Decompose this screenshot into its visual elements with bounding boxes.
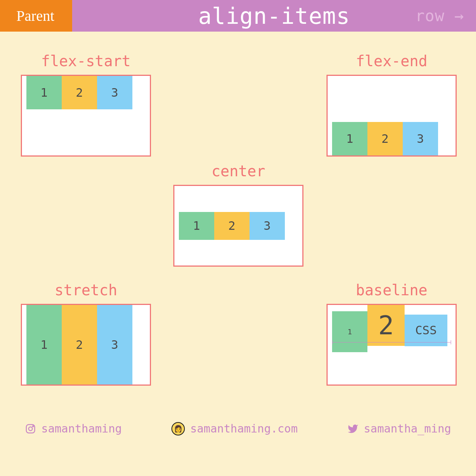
website-link: 👩 samanthaming.com — [171, 422, 298, 435]
label-center: center — [173, 163, 303, 180]
flex-item: 2 — [367, 122, 403, 155]
stage: flex-start 1 2 3 flex-end 1 2 3 center 1… — [0, 32, 476, 444]
section-center: center 1 2 3 — [173, 163, 303, 267]
flex-item: 3 — [403, 122, 438, 155]
label-flex-end: flex-end — [327, 52, 457, 70]
section-flex-end: flex-end 1 2 3 — [327, 52, 457, 157]
instagram-handle: samanthaming — [25, 422, 122, 435]
flex-item: 1 — [179, 212, 214, 240]
instagram-icon — [25, 423, 36, 434]
demo-flex-end: 1 2 3 — [327, 75, 457, 157]
flex-item: 3 — [97, 305, 132, 385]
parent-badge: Parent — [0, 0, 72, 32]
section-flex-start: flex-start 1 2 3 — [21, 52, 151, 157]
demo-baseline: 1 2 CSS — [327, 304, 457, 386]
instagram-text: samanthaming — [41, 422, 122, 435]
flex-item: 2 — [62, 305, 97, 385]
baseline-indicator — [332, 342, 451, 342]
demo-flex-start: 1 2 3 — [21, 75, 151, 157]
twitter-handle: samantha_ming — [347, 422, 451, 435]
demo-center: 1 2 3 — [173, 185, 303, 267]
property-title: align-items — [198, 3, 350, 29]
flex-item: 2 — [367, 305, 405, 346]
title-bar: align-items row → — [72, 0, 476, 32]
header: Parent align-items row → — [0, 0, 476, 32]
flex-item: 1 — [26, 76, 62, 109]
footer: samanthaming 👩 samanthaming.com samantha… — [0, 413, 476, 444]
section-stretch: stretch 1 2 3 — [21, 282, 151, 386]
flex-item: 1 — [332, 311, 367, 352]
flex-item: CSS — [405, 315, 447, 346]
direction-label: row → — [415, 7, 464, 25]
flex-item: 1 — [26, 305, 62, 385]
label-flex-start: flex-start — [21, 52, 151, 70]
twitter-icon — [347, 423, 358, 434]
flex-item: 1 — [332, 122, 367, 155]
flex-item: 3 — [250, 212, 285, 240]
label-stretch: stretch — [21, 282, 151, 299]
section-baseline: baseline 1 2 CSS — [327, 282, 457, 386]
flex-item: 2 — [214, 212, 250, 240]
twitter-text: samantha_ming — [364, 422, 451, 435]
website-text: samanthaming.com — [190, 422, 298, 435]
svg-point-2 — [33, 425, 34, 427]
svg-point-1 — [29, 427, 32, 431]
demo-stretch: 1 2 3 — [21, 304, 151, 386]
avatar-icon: 👩 — [171, 422, 185, 435]
label-baseline: baseline — [327, 282, 457, 299]
flex-item: 2 — [62, 76, 97, 109]
flex-item: 3 — [97, 76, 132, 109]
